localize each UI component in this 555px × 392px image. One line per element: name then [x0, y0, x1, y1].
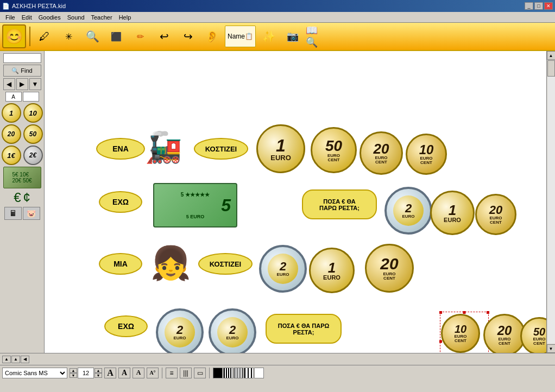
coin-2euro-d[interactable]: 2 EURO	[209, 308, 256, 353]
font-size-up-button[interactable]: ▲	[70, 368, 77, 373]
toolbar-shape-icon[interactable]: ✳	[58, 26, 79, 47]
nav-down-button[interactable]: ▼	[29, 78, 41, 90]
euro-symbol[interactable]: €	[14, 190, 21, 205]
label-echo2[interactable]: ΕΧΩ	[104, 315, 148, 337]
sidebar-coin-1[interactable]: 1	[2, 103, 21, 123]
nav-right-button[interactable]: ▶	[16, 78, 28, 90]
toolbar-redo-icon[interactable]: ↪	[177, 26, 199, 47]
coin-20cent-b[interactable]: 20 EUROCENT	[475, 194, 516, 235]
label-mia[interactable]: ΜΙΑ	[99, 253, 142, 275]
toolbar-camera-icon[interactable]: 📷	[282, 26, 304, 47]
menu-sound[interactable]: Sound	[64, 14, 88, 21]
menu-edit[interactable]: Edit	[18, 14, 35, 21]
align-center-button[interactable]: |||	[180, 368, 192, 378]
toolbar-undo-icon[interactable]: ↩	[153, 26, 175, 47]
coin-50cent-b[interactable]: 50 EUROCENT	[520, 317, 546, 353]
font-selector[interactable]: Comic Sans MS	[2, 368, 67, 378]
pattern-btn-3[interactable]	[234, 368, 243, 378]
toolbar-separator	[29, 27, 30, 46]
scroll-track[interactable]	[547, 60, 555, 344]
text-box-a[interactable]: A	[5, 92, 22, 102]
sidebar-bills[interactable]: 5€ 10€20€ 50€	[3, 167, 41, 188]
pattern-btn-1[interactable]	[213, 368, 223, 378]
menu-teacher[interactable]: Teacher	[88, 14, 116, 21]
toolbar-search-icon[interactable]: 🔍	[81, 26, 103, 47]
coin-2euro-b[interactable]: 2 EURO	[259, 245, 307, 293]
align-right-button[interactable]: ▭	[194, 368, 206, 378]
sidebar-coin-20[interactable]: 20	[2, 124, 21, 144]
toolbar-book-icon[interactable]: 📖🔍	[306, 26, 327, 47]
sidebar-coin-50[interactable]: 50	[23, 124, 43, 144]
bold-button[interactable]: A	[104, 368, 116, 378]
font-size-arrows: ▲ ▼	[70, 368, 77, 378]
page-up-button[interactable]: ▲	[2, 356, 11, 363]
find-button[interactable]: 🔍 Find	[3, 65, 41, 77]
toolbar-pencil-icon[interactable]: 🖊	[34, 26, 55, 47]
scrollbar-right[interactable]: ▲ ▼	[546, 51, 555, 353]
coin-20cent-a[interactable]: 20 EUROCENT	[360, 131, 403, 175]
pattern-btn-2[interactable]	[223, 368, 233, 378]
coin-10cent-b[interactable]: 10 EUROCENT	[441, 314, 480, 353]
smiley-button[interactable]: 😊	[2, 24, 26, 48]
scroll-up-button[interactable]: ▲	[547, 51, 556, 60]
coin-50cent-a[interactable]: 50 EUROCENT	[311, 127, 357, 173]
menu-file[interactable]: File	[2, 14, 18, 21]
menu-goodies[interactable]: Goodies	[35, 14, 64, 21]
coin-20cent-d[interactable]: 20 EUROCENT	[483, 314, 526, 353]
page-prev-button[interactable]: ◀	[21, 356, 29, 363]
menu-bar: File Edit Goodies Sound Teacher Help	[0, 12, 555, 23]
coin-2euro-c[interactable]: 2 EURO	[156, 308, 204, 353]
banknote-5euro[interactable]: 5 ★★★★★ 5 5 EURO	[153, 183, 237, 227]
sidebar-coin-1euro[interactable]: 1€	[2, 146, 21, 165]
sidebar-coin-10[interactable]: 10	[23, 103, 43, 123]
toolbar: 😊 🖊 ✳ 🔍 ⬛ ✏ ↩ ↪ 👂 Name📋 ✨ 📷 📖🔍	[0, 23, 555, 51]
sidebar-nav: ◀ ▶ ▼	[3, 78, 41, 90]
text-a2-button[interactable]: A	[133, 368, 144, 378]
text-box-b[interactable]	[23, 92, 39, 102]
text-a3-button[interactable]: A°	[147, 368, 159, 378]
scroll-thumb[interactable]	[547, 60, 555, 77]
label-echo[interactable]: ΕΧΩ	[99, 191, 142, 213]
toolbar-star-icon[interactable]: ✨	[258, 26, 280, 47]
app-icon: 📄	[2, 3, 10, 10]
train-image: 🚂	[145, 130, 182, 165]
question-posa1[interactable]: ΠΟΣΑ € ΘΑ ΠΑΡΩ ΡΕΣΤΑ;	[302, 189, 377, 219]
status-nav: ▲ ▲ ◀	[2, 356, 29, 363]
scroll-down-button[interactable]: ▼	[547, 344, 556, 353]
sidebar-coin-2euro[interactable]: 2€	[23, 146, 43, 165]
pattern-btn-5[interactable]	[254, 368, 264, 378]
pattern-btn-4[interactable]	[244, 368, 254, 378]
font-size-up2-button[interactable]: ▲	[94, 368, 102, 373]
coin-20cent-c[interactable]: 20 EUROCENT	[365, 244, 414, 293]
coin-2euro-a[interactable]: 2 EURO	[384, 187, 432, 235]
align-left-button[interactable]: ≡	[166, 368, 178, 378]
toolbar-name-icon[interactable]: Name📋	[225, 26, 256, 47]
maximize-button[interactable]: □	[534, 2, 543, 10]
calculator-icon[interactable]: 🖩	[4, 207, 22, 220]
label-kostizei2[interactable]: ΚΟΣΤΙΖΕΙ	[198, 253, 253, 275]
piggy-bank-icon[interactable]: 🐷	[23, 207, 40, 220]
sidebar-coins-row-2: 20 50	[2, 124, 43, 144]
coin-10cent-a[interactable]: 10 EUROCENT	[406, 134, 447, 175]
page-up2-button[interactable]: ▲	[11, 356, 20, 363]
toolbar-listen-icon[interactable]: 👂	[201, 26, 223, 47]
coin-1euro-b[interactable]: 1 EURO	[430, 191, 475, 235]
label-kostizei1[interactable]: ΚΟΣΤΙΖΕΙ	[194, 138, 248, 160]
toolbar-erase-icon[interactable]: ✏	[129, 26, 151, 47]
nav-left-button[interactable]: ◀	[3, 78, 15, 90]
text-a-button[interactable]: A	[118, 368, 130, 378]
cent-symbol[interactable]: ¢	[23, 190, 30, 205]
question-posa2[interactable]: ΠΟΣΑ € ΘΑ ΠΑΡΩ ΡΕΣΤΑ;	[266, 314, 342, 344]
font-size-down-button[interactable]: ▼	[70, 373, 77, 378]
search-input[interactable]	[3, 53, 41, 63]
close-button[interactable]: ✕	[544, 2, 553, 10]
menu-help[interactable]: Help	[116, 14, 135, 21]
toolbar-square-icon[interactable]: ⬛	[105, 26, 127, 47]
font-size-down2-button[interactable]: ▼	[94, 373, 102, 378]
font-size-input[interactable]	[78, 368, 94, 378]
girl-image: 👧	[150, 244, 191, 282]
label-ena[interactable]: ΕΝΑ	[96, 138, 145, 160]
coin-1euro-c[interactable]: 1 EURO	[309, 248, 355, 293]
coin-1euro-a[interactable]: 1 EURO	[256, 124, 305, 173]
minimize-button[interactable]: _	[525, 2, 533, 10]
